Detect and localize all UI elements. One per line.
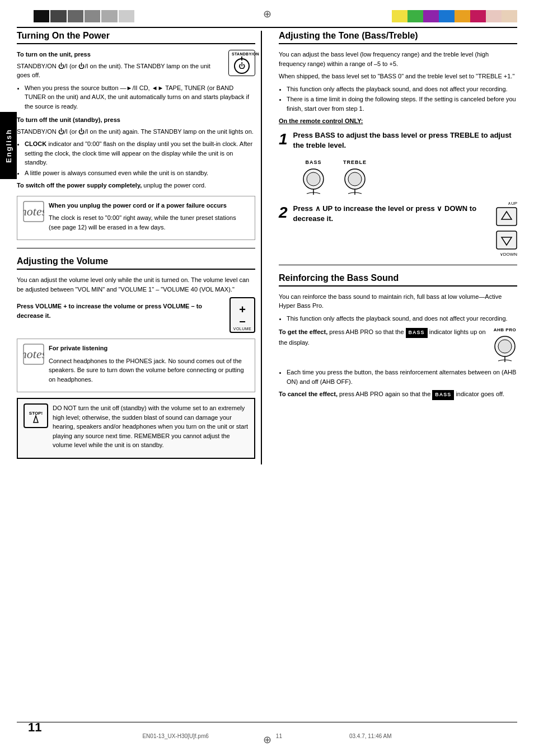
svg-rect-15 <box>496 208 517 226</box>
svg-point-13 <box>348 172 362 186</box>
bass-button-icon <box>301 167 326 195</box>
step-2: 2 ∧UP <box>279 204 517 257</box>
divider-1 <box>17 248 255 248</box>
bottom-divider <box>17 722 517 722</box>
tone-bullets: This function only affects the playback … <box>287 84 517 114</box>
svg-text:notes: notes <box>23 347 44 361</box>
step-2-text: ∧UP ∨DOWN Press ∧ <box>293 204 517 257</box>
tone-intro: You can adjust the bass level (low frequ… <box>279 50 517 68</box>
divider-right <box>279 265 517 265</box>
left-column: Turning On the Power STANDBY/ON ⏻ To tur… <box>17 31 262 464</box>
turn-off-bullet-2: A little power is always consumed even w… <box>25 168 255 178</box>
volume-side-curve <box>254 299 255 330</box>
updown-diagram: ∧UP ∨DOWN <box>496 201 517 257</box>
svg-rect-17 <box>496 231 517 249</box>
ahb-button-diagram: AHB PRO <box>493 327 517 363</box>
turn-on-bullets: When you press the source button —►/II C… <box>25 83 255 111</box>
top-left-color-bar <box>34 10 134 22</box>
svg-point-3 <box>254 327 255 330</box>
warning-box-volume: STOP! DO NOT turn the unit off (standby)… <box>17 398 255 459</box>
bass-bullet-1: This function only affects the playback … <box>287 314 517 323</box>
note-power-heading: When you unplug the power cord or if a p… <box>49 201 249 210</box>
svg-point-20 <box>498 340 512 353</box>
turn-off-bullet-1: CLOCK indicator and "0:00" flash on the … <box>25 139 255 167</box>
to-cancel-heading: To cancel the effect, <box>279 391 338 397</box>
tone-shipped: When shipped, the bass level set to "BAS… <box>279 72 517 81</box>
clock-indicator: CLOCK <box>25 140 46 147</box>
standby-circle-icon: ⏻ <box>234 58 250 74</box>
note-box-listening: notes For private listening Connect head… <box>17 339 255 392</box>
top-divider <box>17 27 517 28</box>
footer-page: 11 <box>276 733 282 739</box>
bass-button-group: BASS <box>301 159 326 196</box>
to-get-effect-text: To get the effect, press AHB PRO so that… <box>279 327 517 347</box>
notes-icon: notes <box>23 201 44 222</box>
section-title-volume: Adjusting the Volume <box>17 256 255 270</box>
ahb-label-top: AHB PRO <box>493 327 517 332</box>
bass-treble-icons: BASS TREBLE <box>301 159 517 196</box>
svg-text:notes: notes <box>23 204 44 218</box>
step-2-description: Press ∧ UP to increase the level or pres… <box>293 204 517 224</box>
treble-button-icon <box>343 167 367 195</box>
volume-button-diagram: + – VOLUME • <box>229 297 255 333</box>
top-right-color-bar <box>392 10 517 22</box>
footer-filename: EN01-13_UX-H30[U]f.pm6 <box>142 733 208 739</box>
treble-button-group: TREBLE <box>343 159 367 196</box>
remote-only-label: On the remote control ONLY: <box>279 116 517 126</box>
sidebar-english: English <box>0 112 17 179</box>
to-cancel-text: To cancel the effect, press AHB PRO agai… <box>279 389 517 400</box>
bass-badge-2: BASS <box>432 390 454 400</box>
volume-label: VOLUME <box>233 327 252 331</box>
turn-on-body: STANDBY/ON ⏻/I (or ⏻/I on the unit). The… <box>17 62 255 80</box>
footer: EN01-13_UX-H30[U]f.pm6 11 03.4.7, 11:46 … <box>142 733 391 739</box>
svg-point-10 <box>307 172 320 186</box>
volume-intro: You can adjust the volume level only whi… <box>17 275 255 294</box>
section-title-power: Turning On the Power <box>17 31 255 44</box>
section-title-bass: Reinforcing the Bass Sound <box>279 273 517 287</box>
standby-button-diagram: STANDBY/ON ⏻ <box>228 50 255 76</box>
warning-body: DO NOT turn the unit off (standby) with … <box>53 403 249 450</box>
step-1-number: 1 <box>279 130 288 148</box>
ahb-bullets: Each time you press the button, the bass… <box>287 368 517 386</box>
standby-label-top: STANDBY/ON <box>232 52 252 57</box>
turn-off-heading: To turn off the unit (standby), press <box>17 115 255 125</box>
each-time-text: Each time you press the button, the bass… <box>287 368 517 386</box>
svg-marker-8 <box>34 416 38 422</box>
note-listening-heading: For private listening <box>49 344 249 353</box>
bass-label: BASS <box>301 159 326 165</box>
section-bass-reinforce: Reinforcing the Bass Sound You can reinf… <box>279 273 517 400</box>
power-supply-heading: To switch off the power supply completel… <box>17 181 255 190</box>
stop-icon: STOP! <box>24 403 48 428</box>
up-button-icon <box>496 207 517 226</box>
section-turning-on-power: Turning On the Power STANDBY/ON ⏻ To tur… <box>17 31 255 240</box>
footer-date: 03.4.7, 11:46 AM <box>349 733 392 739</box>
section-title-tone: Adjusting the Tone (Bass/Treble) <box>279 31 517 44</box>
step-1-text: Press BASS to adjust the bass level or p… <box>293 130 517 154</box>
note-box-power: notes When you unplug the power cord or … <box>17 196 255 241</box>
turn-on-heading: To turn on the unit, press <box>17 50 255 59</box>
step-2-number: 2 <box>279 204 288 222</box>
treble-label: TREBLE <box>343 159 367 165</box>
section-volume: Adjusting the Volume You can adjust the … <box>17 256 255 459</box>
note-power-body: The clock is reset to "0:00" right away,… <box>49 213 249 232</box>
volume-minus-sign: – <box>239 315 245 326</box>
right-column: Adjusting the Tone (Bass/Treble) You can… <box>279 31 517 464</box>
bass-badge-1: BASS <box>406 328 428 338</box>
to-get-effect-heading: To get the effect, <box>279 328 327 335</box>
note-listening-body: Connect headphones to the PHONES jack. N… <box>49 356 249 384</box>
tone-bullet-1: This function only affects the playback … <box>287 84 517 94</box>
notes-icon-2: notes <box>23 344 44 365</box>
turn-off-body: STANDBY/ON ⏻/I (or ⏻/I on the unit) agai… <box>17 127 255 137</box>
bass-intro: You can reinforce the bass sound to main… <box>279 292 517 311</box>
top-center-crosshair: ⊕ <box>263 8 271 20</box>
volume-plus-sign: + <box>239 304 246 315</box>
press-volume-label: Press VOLUME + to increase the volume or… <box>17 302 255 320</box>
tone-bullet-2: There is a time limit in doing the follo… <box>287 95 517 113</box>
down-button-icon <box>496 231 517 250</box>
turn-off-bullets: CLOCK indicator and "0:00" flash on the … <box>25 139 255 177</box>
svg-point-2 <box>254 300 255 303</box>
page-number: 11 <box>28 720 41 735</box>
bass-bullets: This function only affects the playback … <box>287 314 517 323</box>
main-content: Turning On the Power STANDBY/ON ⏻ To tur… <box>17 31 517 717</box>
ahb-button-icon <box>493 334 517 362</box>
